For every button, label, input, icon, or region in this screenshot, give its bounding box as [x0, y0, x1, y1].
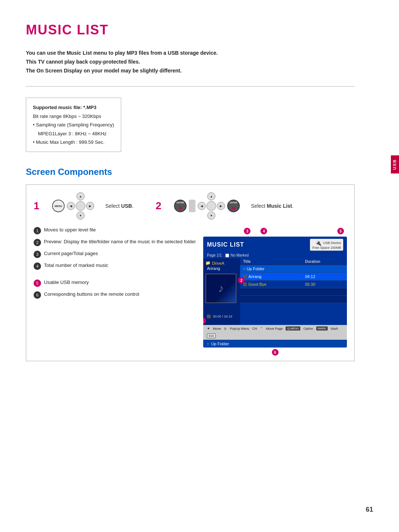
- nav-left-1[interactable]: ◀: [67, 202, 75, 210]
- circle-labels-row: 3 4 5: [203, 226, 347, 237]
- checkbox-icon: [225, 254, 229, 257]
- popup-icon: ⊙: [224, 327, 227, 331]
- music-note-icon: ♪: [218, 282, 224, 295]
- page-info-row: Page 1/1 No Marked: [203, 252, 347, 258]
- playback-time: 00:00 / 04:16: [213, 315, 232, 318]
- item-2-text: Preview: Display the title/folder name o…: [44, 238, 196, 246]
- nav-left-2[interactable]: ◀: [198, 202, 206, 210]
- divider: [26, 86, 355, 87]
- move-icon: ✦: [207, 326, 210, 331]
- drive-name: DriveA: [212, 261, 224, 265]
- table-row[interactable]: ↑ Up Folder: [240, 265, 347, 273]
- page-info: Page 1/1: [207, 253, 222, 257]
- intro-line1: You can use the Music List menu to play …: [26, 49, 355, 58]
- diagram-circle-4: 4: [260, 228, 267, 234]
- item-4-text: Total number of marked music: [44, 262, 108, 270]
- nav-up-2[interactable]: ▲: [207, 192, 215, 200]
- music-screen-header: MUSIC LIST 🔌 USB Device Free Space 150MB: [203, 237, 347, 252]
- page-title: MUSIC LIST: [26, 22, 355, 38]
- nav-down-2[interactable]: ▼: [207, 211, 215, 220]
- step2-controls: ENTER ▲ ◀ ▶ ▼ ENTER: [174, 192, 240, 220]
- move-page-label: Move Page: [266, 327, 283, 331]
- up-folder-label: Up Folder: [211, 342, 229, 346]
- file-table-area: 📁 DriveA Arirang ♪ 2: [203, 258, 347, 325]
- circle-5: 5: [34, 279, 41, 287]
- diagram-box: 1 MENU ▲ ◀ ▶ ▼ Select USB.: [26, 184, 355, 361]
- row-upfolder-duration: [302, 265, 347, 273]
- nav-down-1[interactable]: ▼: [76, 211, 85, 220]
- sidebar-area: 📁 DriveA Arirang ♪ 2: [203, 258, 240, 325]
- popup-label: PopUp Menu: [230, 327, 249, 331]
- numbered-item-6: 6 Corresponding buttons on the remote co…: [34, 291, 196, 299]
- enter-button-2[interactable]: ENTER: [227, 200, 240, 212]
- usb-side-tab: USB: [391, 155, 399, 173]
- folder-up-icon: ↑: [243, 267, 245, 271]
- intro-line3: The On Screen Display on your model may …: [26, 67, 355, 75]
- music-list-screen-title: MUSIC LIST: [207, 241, 244, 248]
- numbered-item-1: 1 Moves to upper level file: [34, 226, 196, 234]
- diagram-circle-3: 3: [244, 228, 250, 234]
- diagram-circle-6: 6: [272, 349, 279, 356]
- numbered-item-3: 3 Current page/Total pages: [34, 250, 196, 258]
- info-box-bullet1: Sampling rate (Sampling Frequency) MPEG1…: [33, 121, 114, 138]
- table-row: [240, 288, 347, 296]
- info-box: Supported music file: *.MP3 Bit rate ran…: [26, 98, 121, 152]
- section-title: Screen Components: [26, 167, 355, 177]
- menu-button[interactable]: MENU: [52, 200, 65, 212]
- info-box-bullet2: Music Max Length : 999.59 Sec.: [33, 138, 114, 146]
- row-arirang-name: Arirang: [240, 273, 302, 281]
- step1-label: Select USB.: [105, 203, 133, 209]
- up-folder-bar[interactable]: ↑ Up Folder: [203, 340, 347, 348]
- nav-cluster-1: ▲ ◀ ▶ ▼: [67, 192, 94, 220]
- playback-bar: 00:00 / 04:16: [207, 315, 232, 318]
- separator-btn: [189, 200, 195, 212]
- item-6-text: Corresponding buttons on the remote cont…: [44, 291, 139, 298]
- subfolder-name: Arirang: [205, 266, 238, 271]
- diagram-inner: 1 Moves to upper level file 2 Preview: D…: [34, 226, 347, 356]
- nav-ok-2[interactable]: [207, 201, 216, 211]
- nav-ok-1[interactable]: [76, 201, 85, 211]
- table-row[interactable]: Good Bye 05:30: [240, 281, 347, 288]
- nav-right-1[interactable]: ▶: [86, 202, 94, 210]
- numbered-item-4: 4 Total number of marked music: [34, 262, 196, 270]
- file-list: Title Duration ↑: [240, 258, 347, 325]
- intro-line2: This TV cannot play back copy-protected …: [26, 58, 355, 67]
- enter-button-1[interactable]: ENTER: [174, 200, 187, 212]
- steps-row: 1 MENU ▲ ◀ ▶ ▼ Select USB.: [34, 192, 347, 220]
- col-duration-header: Duration: [302, 258, 347, 265]
- numbered-item-2: 2 Preview: Display the title/folder name…: [34, 238, 196, 246]
- info-box-title: Supported music file: *.MP3: [33, 103, 114, 112]
- row-arirang-duration: 04:12: [302, 273, 347, 281]
- exit-key: Exit: [207, 333, 215, 338]
- usb-device-label: USB Device: [323, 241, 341, 245]
- free-space-label: Free Space 150MB: [312, 246, 341, 250]
- ch-label: CH: [252, 327, 257, 331]
- music-screen-container: 3 4 5 MUSIC LIST 🔌 USB Device Free Sp: [203, 226, 347, 356]
- nav-right-2[interactable]: ▶: [217, 202, 225, 210]
- row-upfolder-name: ↑ Up Folder: [240, 265, 302, 273]
- item-5-text: Usable USB memory: [44, 279, 89, 287]
- circle-6: 6: [34, 291, 41, 299]
- table-row[interactable]: Arirang 04:12: [240, 273, 347, 281]
- no-marked-badge: No Marked: [225, 253, 249, 257]
- no-marked-label: No Marked: [231, 253, 249, 257]
- nav-up-1[interactable]: ▲: [76, 192, 85, 200]
- page-number: 61: [366, 506, 373, 514]
- step1-controls: MENU ▲ ◀ ▶ ▼: [52, 192, 94, 220]
- col-title-header: Title: [240, 258, 302, 265]
- info-box-bullet1b: MPEG1Layer 3 : 8KHz ~ 48KHz: [33, 131, 106, 136]
- item-3-text: Current page/Total pages: [44, 250, 98, 258]
- circle-4: 4: [34, 262, 41, 270]
- circle-2: 2: [34, 239, 41, 246]
- numbered-items-list: 1 Moves to upper level file 2 Preview: D…: [34, 226, 196, 356]
- nav-cluster-2: ▲ ◀ ▶ ▼: [198, 192, 225, 220]
- bottom-bar: ✦ Move ⊙ PopUp Menu CH ⌃ Move Page Q.MEN…: [203, 325, 347, 340]
- up-folder-icon: ↑: [207, 342, 209, 346]
- table-row: [240, 296, 347, 303]
- drive-row: 📁 DriveA: [205, 261, 238, 265]
- file-table: Title Duration ↑: [240, 258, 347, 303]
- ch-icon: ⌃: [260, 327, 263, 331]
- item-1-text: Moves to upper level file: [44, 226, 96, 234]
- diagram-circle-1-on-screen: 1: [203, 318, 206, 324]
- step2-label: Select Music List.: [251, 203, 293, 209]
